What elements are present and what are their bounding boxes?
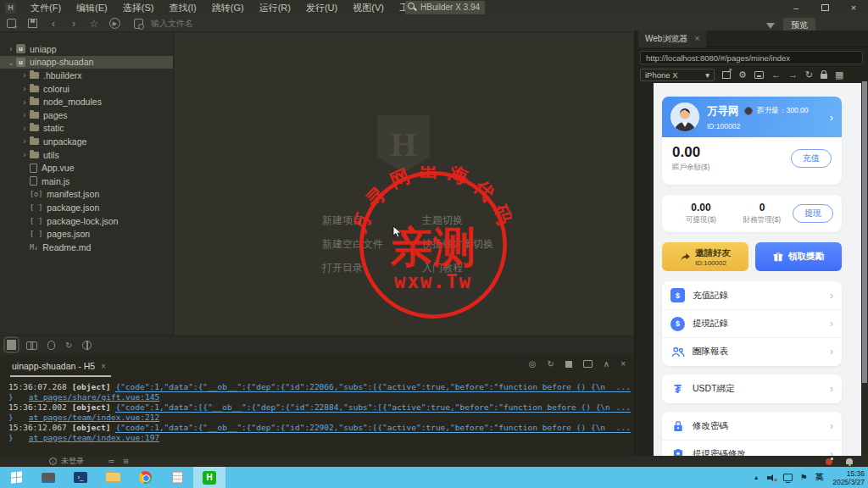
browser-tab-close-icon[interactable]: ×	[694, 34, 699, 43]
tree-item-colorui[interactable]: colorui	[0, 82, 173, 96]
debug-icon[interactable]: ◎	[529, 359, 537, 369]
menu-item-withdraw-password[interactable]: 提現密碼修改 ›	[662, 440, 842, 456]
device-select[interactable]: iPhone X ▾	[640, 69, 715, 81]
ime-language-indicator[interactable]: 英	[815, 472, 824, 483]
tree-item-node-modules[interactable]: node_modules	[0, 95, 173, 108]
log-source-link[interactable]: at pages/share/gift.vue:145	[29, 392, 159, 402]
taskbar-notepad-app[interactable]	[161, 467, 193, 488]
file-search-icon[interactable]	[134, 19, 143, 29]
debug-view-icon[interactable]	[47, 341, 55, 350]
menu-view[interactable]: 视图(V)	[345, 0, 392, 15]
devtools-console-icon[interactable]	[754, 71, 764, 79]
menu-find[interactable]: 查找(I)	[161, 0, 203, 15]
tree-item-pages[interactable]: pages	[0, 108, 173, 122]
log-source-link[interactable]: at pages/team/index.vue:212	[29, 413, 159, 422]
user-account-icon[interactable]: i	[49, 458, 57, 465]
qr-code-icon[interactable]: ▦	[835, 69, 843, 80]
terminal-box-icon[interactable]: ⊞	[123, 458, 129, 465]
log-tag: [object]	[72, 423, 111, 432]
close-button[interactable]: ×	[839, 0, 868, 15]
menu-file[interactable]: 文件(F)	[23, 0, 69, 15]
profile-card-header[interactable]: 万寻网 距升級：300.00 ID:100002 ›	[662, 97, 842, 137]
menu-run[interactable]: 运行(R)	[252, 0, 298, 15]
taskbar-powershell-app[interactable]: ›_	[64, 467, 97, 488]
tree-item-package-lock-json[interactable]: [ ]package-lock.json	[0, 214, 173, 228]
tree-item-main-js[interactable]: main.js	[0, 175, 173, 188]
tray-expand-icon[interactable]: ▲	[754, 474, 760, 480]
back-icon[interactable]: ‹	[43, 18, 64, 30]
maximize-button[interactable]	[810, 0, 839, 15]
notification-bell-icon[interactable]	[846, 458, 853, 464]
menu-item-change-password[interactable]: 修改密碼 ›	[662, 412, 842, 440]
search-view-icon[interactable]	[26, 341, 37, 349]
refresh-icon[interactable]: ↻	[805, 69, 813, 80]
export-log-icon[interactable]	[583, 360, 593, 368]
file-search-input[interactable]	[151, 19, 270, 28]
tree-item-unpackage[interactable]: unpackage	[0, 135, 173, 148]
taskbar-toolbox-app[interactable]	[32, 467, 64, 488]
files-view-icon[interactable]	[7, 340, 16, 350]
speaker-muted-icon[interactable]: ×	[767, 474, 776, 482]
stop-icon[interactable]	[565, 361, 572, 368]
tree-item-uinapp-shuadan[interactable]: uuinapp-shuadan	[0, 56, 173, 69]
panel-scrollbar[interactable]	[861, 81, 868, 456]
favorite-star-icon[interactable]: ☆	[84, 18, 104, 30]
chevron-right-icon	[19, 136, 30, 146]
taskbar-explorer-app[interactable]	[97, 467, 129, 488]
menu-item-team-report[interactable]: 團隊報表 ›	[662, 337, 842, 365]
rerun-icon[interactable]: ↻	[547, 359, 554, 369]
filter-funnel-icon[interactable]	[766, 23, 775, 29]
new-file-icon[interactable]	[7, 19, 16, 28]
log-json-link[interactable]: {"code":1,"data":[{"__ob__":{"dep":{"id"…	[115, 402, 631, 413]
tree-item-package-json[interactable]: [ ]package.json	[0, 201, 173, 214]
menu-goto[interactable]: 跳转(G)	[204, 0, 252, 15]
menu-item-usdt-binding[interactable]: ₮ USDT綁定 ›	[662, 374, 842, 402]
nav-back-icon[interactable]: ←	[771, 69, 781, 80]
tree-item-app-vue[interactable]: App.vue	[0, 161, 173, 175]
scrollbar-thumb[interactable]	[862, 81, 867, 383]
taskbar-clock[interactable]: 15:36 2025/3/27	[832, 469, 865, 486]
console-tab-close-icon[interactable]: ×	[101, 362, 106, 371]
claim-reward-button[interactable]: 領取獎勵	[755, 242, 842, 271]
browser-tab[interactable]: Web浏览器 ×	[638, 30, 706, 47]
tree-item-readme-md[interactable]: M↓Readme.md	[0, 241, 173, 254]
settings-gear-icon[interactable]: ⚙	[738, 69, 747, 80]
save-icon[interactable]	[28, 19, 37, 28]
start-button[interactable]	[0, 467, 32, 488]
nav-forward-icon[interactable]: →	[788, 69, 798, 80]
forward-icon[interactable]: ›	[64, 18, 84, 30]
tree-item-uniapp[interactable]: uuniapp	[0, 42, 173, 56]
menu-item-withdraw-record[interactable]: $ 提現記錄 ›	[662, 309, 842, 337]
tree-item-pages-json[interactable]: [ ]pages.json	[0, 227, 173, 241]
tree-item-hbuilderx[interactable]: .hbuilderx	[0, 69, 173, 82]
log-json-link[interactable]: {"code":1,"data":{"__ob__":{"dep":{"id":…	[115, 382, 631, 392]
menu-publish[interactable]: 发行(U)	[298, 0, 345, 15]
taskbar-hbuilderx-app[interactable]: H	[193, 467, 225, 488]
invite-friends-button[interactable]: 邀請好友 ID:100002	[662, 242, 748, 271]
open-in-window-icon[interactable]	[722, 71, 731, 79]
withdraw-button[interactable]: 提現	[793, 204, 833, 223]
outline-list-icon[interactable]: ≔	[108, 458, 114, 465]
menu-item-recharge-record[interactable]: $ 充值記錄 ›	[662, 281, 842, 309]
recharge-button[interactable]: 充值	[791, 149, 832, 168]
refresh-view-icon[interactable]: ↻	[65, 341, 72, 350]
login-status[interactable]: 未登录	[61, 456, 84, 467]
collapse-panel-icon[interactable]: ∧	[604, 359, 609, 369]
tree-item-manifest-json[interactable]: [o]manifest.json	[0, 188, 173, 202]
action-center-flag-icon[interactable]: ⚑	[800, 473, 808, 482]
log-source-link[interactable]: at pages/team/index.vue:197	[29, 433, 159, 442]
address-bar[interactable]: http://localhost:8080/#/pages/mine/index	[640, 51, 863, 64]
tree-item-static[interactable]: static	[0, 122, 173, 136]
web-view-icon[interactable]	[82, 341, 92, 350]
taskbar-chrome-app[interactable]	[129, 467, 161, 488]
log-json-link[interactable]: {"code":1,"data":{"__ob__":{"dep":{"id":…	[115, 423, 631, 433]
tree-item-utils[interactable]: utils	[0, 148, 173, 162]
network-icon[interactable]	[783, 474, 793, 481]
record-indicator-icon[interactable]	[826, 458, 832, 465]
menu-edit[interactable]: 编辑(E)	[69, 0, 115, 15]
console-tab[interactable]: uinapp-shuadan - H5 ×	[10, 358, 111, 377]
menu-select[interactable]: 选择(S)	[115, 0, 162, 15]
run-icon[interactable]: ▶	[109, 18, 120, 29]
close-panel-icon[interactable]: ×	[620, 359, 626, 369]
minimize-button[interactable]: –	[782, 0, 810, 15]
